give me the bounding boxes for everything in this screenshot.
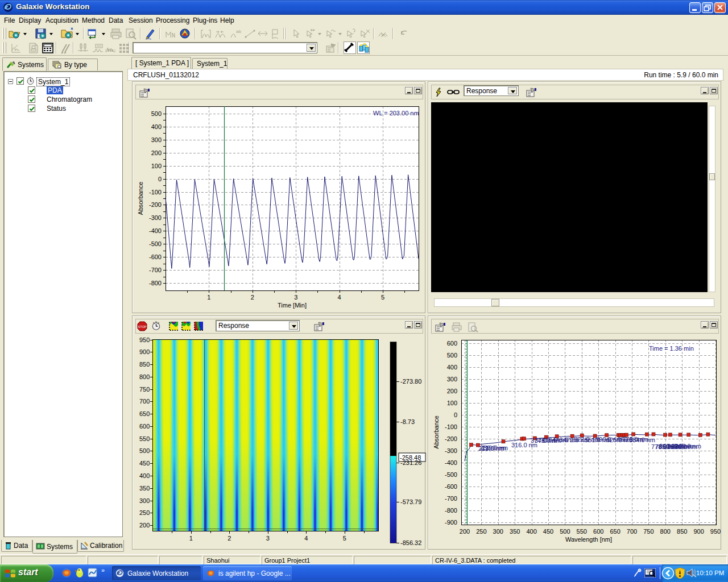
svg-text:500: 500 <box>151 110 162 117</box>
svg-text:750: 750 <box>643 528 653 535</box>
svg-text:WL = 203.00 nm: WL = 203.00 nm <box>373 110 419 117</box>
svg-text:800: 800 <box>660 528 671 535</box>
svg-text:-573.79: -573.79 <box>400 498 421 505</box>
svg-text:-700: -700 <box>445 495 457 502</box>
svg-text:600: 600 <box>447 340 457 347</box>
svg-text:-400: -400 <box>445 459 457 466</box>
svg-text:-273.80: -273.80 <box>400 378 421 385</box>
svg-text:700: 700 <box>627 528 637 535</box>
svg-text:3: 3 <box>294 294 297 301</box>
svg-text:-300: -300 <box>149 214 162 221</box>
svg-text:Absorbance: Absorbance <box>137 182 144 215</box>
svg-text:2: 2 <box>228 535 231 542</box>
svg-text:-856.32: -856.32 <box>400 539 421 546</box>
svg-text:-800: -800 <box>445 507 457 514</box>
svg-text:-100: -100 <box>445 423 457 430</box>
svg-text:-800: -800 <box>149 280 162 286</box>
svg-text:684.0 nm: 684.0 nm <box>629 436 655 443</box>
svg-text:950: 950 <box>139 336 150 343</box>
svg-text:ab: ab <box>236 29 241 34</box>
svg-text:100: 100 <box>151 163 162 169</box>
svg-text:-400: -400 <box>149 227 162 234</box>
svg-text:Time = 1.36 min: Time = 1.36 min <box>649 345 694 352</box>
svg-text:950: 950 <box>710 528 721 535</box>
svg-text:1: 1 <box>207 294 210 301</box>
svg-text:750: 750 <box>139 386 150 393</box>
svg-text:400: 400 <box>151 123 162 130</box>
svg-text:300: 300 <box>151 136 162 143</box>
svg-text:300: 300 <box>493 528 503 535</box>
svg-text:4: 4 <box>304 535 308 542</box>
svg-text:239.0 nm: 239.0 nm <box>480 444 506 451</box>
svg-text:100: 100 <box>447 400 457 406</box>
svg-text:200: 200 <box>460 528 470 535</box>
svg-text:-500: -500 <box>445 471 457 478</box>
svg-text:300: 300 <box>139 497 150 504</box>
svg-text:350: 350 <box>139 485 150 492</box>
svg-text:400: 400 <box>526 528 536 535</box>
svg-text:-900: -900 <box>445 519 457 526</box>
svg-text:STOP: STOP <box>138 325 147 329</box>
svg-text:200: 200 <box>447 388 457 394</box>
svg-text:300: 300 <box>447 376 457 383</box>
svg-text:0: 0 <box>454 411 457 418</box>
svg-text:Time [Min]: Time [Min] <box>278 302 307 309</box>
svg-text:905.0 nm: 905.0 nm <box>675 443 701 450</box>
svg-text:5: 5 <box>381 294 384 301</box>
svg-text:550: 550 <box>577 528 587 535</box>
svg-text:-700: -700 <box>149 267 162 273</box>
svg-text:-300: -300 <box>445 447 457 454</box>
svg-text:700: 700 <box>139 398 150 405</box>
svg-text:3: 3 <box>266 535 270 542</box>
svg-text:500: 500 <box>447 352 457 359</box>
svg-text:-500: -500 <box>149 240 162 247</box>
svg-text:-600: -600 <box>149 253 162 260</box>
svg-text:200: 200 <box>139 522 150 529</box>
svg-text:4: 4 <box>338 294 341 301</box>
svg-text:-8.73: -8.73 <box>400 418 415 425</box>
svg-text:650: 650 <box>139 410 150 417</box>
svg-text:-100: -100 <box>149 189 162 196</box>
svg-text:900: 900 <box>139 348 150 355</box>
svg-text:450: 450 <box>139 460 150 467</box>
svg-text:650: 650 <box>610 528 620 535</box>
svg-text:-200: -200 <box>445 435 457 442</box>
svg-text:200: 200 <box>151 149 162 156</box>
svg-text:1: 1 <box>189 535 193 542</box>
svg-text:500: 500 <box>560 528 570 535</box>
svg-text:350: 350 <box>510 528 520 535</box>
svg-text:400: 400 <box>447 364 457 371</box>
svg-text:500: 500 <box>139 447 150 454</box>
svg-text:850: 850 <box>677 528 687 535</box>
svg-text:Absorbance: Absorbance <box>433 415 440 449</box>
svg-text:250: 250 <box>476 528 486 535</box>
svg-text:0: 0 <box>158 176 162 182</box>
svg-text:2: 2 <box>251 294 254 301</box>
svg-text:450: 450 <box>543 528 553 535</box>
svg-text:-231.26: -231.26 <box>400 459 421 466</box>
svg-text:900: 900 <box>693 528 704 535</box>
svg-text:-200: -200 <box>149 201 162 208</box>
svg-text:-600: -600 <box>445 483 457 490</box>
svg-text:5: 5 <box>343 535 346 542</box>
svg-text:400: 400 <box>139 472 150 479</box>
svg-text:250: 250 <box>139 509 150 516</box>
svg-text:550: 550 <box>139 435 150 442</box>
svg-text:600: 600 <box>139 423 150 430</box>
svg-text:850: 850 <box>139 361 150 368</box>
svg-text:600: 600 <box>593 528 603 535</box>
svg-text:Wavelength [nm]: Wavelength [nm] <box>565 536 612 543</box>
svg-text:800: 800 <box>139 373 150 380</box>
